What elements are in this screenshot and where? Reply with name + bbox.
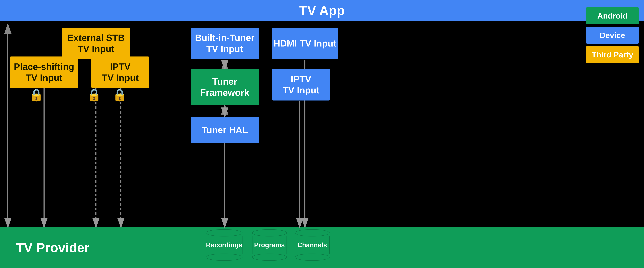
iptv-right-box: IPTVTV Input [272,69,330,100]
recordings-label: Recordings [206,241,242,249]
iptv-left-label: IPTVTV Input [102,61,139,83]
programs-cylinder: Programs [251,228,288,262]
external-stb-box: External STBTV Input [62,28,130,59]
channels-cylinder: Channels [294,228,330,262]
hdmi-tv-input-box: HDMI TV Input [272,28,338,59]
tuner-hal-label: Tuner HAL [202,124,248,136]
lock-icon-2: 🔒 [87,88,102,102]
programs-label: Programs [254,241,285,249]
tuner-framework-box: TunerFramework [190,69,259,105]
channels-label: Channels [297,241,327,249]
legend-device: Device [586,27,639,44]
lock-icon-3: 🔒 [112,88,127,102]
legend-android-label: Android [597,11,628,20]
place-shifting-box: Place-shiftingTV Input [10,56,78,88]
legend-third-party: Third Party [586,46,639,63]
legend-third-party-label: Third Party [592,50,633,59]
built-in-tuner-box: Built-in-TunerTV Input [190,28,259,59]
tuner-hal-box: Tuner HAL [190,117,259,143]
built-in-tuner-label: Built-in-TunerTV Input [195,32,254,54]
tv-app-header: TV App [0,0,644,21]
tv-app-title: TV App [299,3,345,18]
place-shifting-label: Place-shiftingTV Input [14,61,74,83]
legend-android: Android [586,7,639,24]
iptv-left-box: IPTVTV Input [91,56,149,88]
tuner-framework-label: TunerFramework [200,76,249,98]
recordings-cylinder: Recordings [204,228,244,262]
lock-icon-1: 🔒 [29,88,44,102]
tv-provider-title: TV Provider [16,240,90,255]
legend-device-label: Device [600,31,625,40]
hdmi-tv-input-label: HDMI TV Input [274,38,336,49]
iptv-right-label: IPTVTV Input [282,74,319,96]
external-stb-label: External STBTV Input [67,32,124,54]
legend: Android Device Third Party [586,7,639,63]
